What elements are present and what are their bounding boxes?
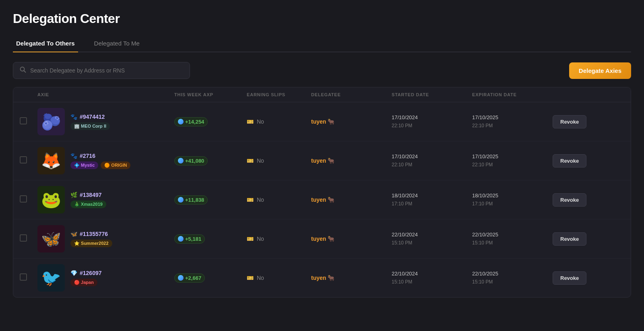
axie-class-icon: 🌿 [70, 192, 77, 198]
started-date-cell: 17/10/2024 22:10 PM [392, 114, 472, 130]
axie-info: 🦋 #11355776 ⭐ Summer2022 [70, 231, 112, 247]
axp-badge: +5,181 [174, 234, 205, 244]
delegate-axies-button[interactable]: Delegate Axies [569, 62, 631, 79]
earning-slips-cell: 🎫 No [247, 157, 311, 164]
axp-icon [178, 158, 184, 163]
search-input[interactable] [30, 67, 183, 74]
axp-cell: +11,838 [174, 195, 247, 205]
action-cell: Revoke [553, 193, 601, 207]
expiration-date-cell: 17/10/2025 22:10 PM [472, 153, 553, 169]
axie-tag: ⭐ Summer2022 [70, 240, 112, 247]
axp-cell: +2,667 [174, 273, 247, 283]
axie-tag-origin: 🟠 ORIGIN [101, 161, 130, 169]
col-expiration-date: EXPIRATION DATE [472, 92, 553, 97]
search-icon [20, 66, 26, 74]
row-checkbox[interactable] [20, 117, 27, 124]
revoke-button[interactable]: Revoke [553, 115, 586, 128]
delegatee-cell: tuyen 🐂 [311, 118, 392, 125]
axie-id: 💎 #126097 [70, 270, 102, 276]
axie-id: 🐾 #2716 [70, 153, 130, 159]
delegatee-icon: 🐂 [328, 275, 334, 281]
axie-cell: 🫐 🐾 #9474412 🏢 MEO Corp II [37, 108, 174, 135]
axp-cell: +14,254 [174, 117, 247, 126]
row-checkbox-cell [20, 234, 37, 243]
delegatee-cell: tuyen 🐂 [311, 197, 392, 203]
started-date-cell: 22/10/2024 15:10 PM [392, 231, 472, 247]
axie-tags: 💠 Mystic 🟠 ORIGIN [70, 161, 130, 169]
axp-icon [178, 236, 184, 242]
axp-icon [178, 197, 184, 203]
tab-bar: Delegated To Others Delegated To Me [13, 36, 631, 52]
col-delegatee: DELEGATEE [311, 92, 392, 97]
started-date-cell: 18/10/2024 17:10 PM [392, 192, 472, 208]
row-checkbox[interactable] [20, 234, 27, 242]
axie-tags: 🔴 Japan [70, 279, 102, 286]
action-cell: Revoke [553, 232, 601, 246]
earning-slips-cell: 🎫 No [247, 118, 311, 125]
expiration-date-cell: 17/10/2025 22:10 PM [472, 114, 553, 130]
axie-id: 🐾 #9474412 [70, 114, 110, 120]
axie-image: 🦋 [37, 225, 65, 252]
table-row: 🦊 🐾 #2716 💠 Mystic 🟠 ORIGIN +41,080 🎫 No [13, 141, 631, 180]
axp-badge: +2,667 [174, 273, 205, 283]
revoke-button[interactable]: Revoke [553, 154, 586, 168]
tab-delegated-to-others[interactable]: Delegated To Others [13, 36, 78, 52]
axie-tag-mystic: 💠 Mystic [70, 161, 98, 169]
delegatee-cell: tuyen 🐂 [311, 236, 392, 242]
col-axie: AXIE [37, 92, 174, 97]
earning-slips-icon: 🎫 [247, 275, 254, 281]
axp-icon [178, 275, 184, 281]
axie-class-icon: 🦋 [70, 231, 77, 237]
axie-tag: 🎄 Xmas2019 [70, 201, 106, 208]
revoke-button[interactable]: Revoke [553, 193, 586, 207]
axie-image: 🐦 [37, 264, 65, 292]
table-row: 🐸 🌿 #138497 🎄 Xmas2019 +11,838 🎫 No t [13, 180, 631, 219]
col-axp: THIS WEEK AXP [174, 92, 247, 97]
toolbar: Delegate Axies [13, 62, 631, 79]
revoke-button[interactable]: Revoke [553, 271, 586, 285]
axie-cell: 🦊 🐾 #2716 💠 Mystic 🟠 ORIGIN [37, 147, 174, 174]
row-checkbox-cell [20, 273, 37, 282]
axp-icon [178, 119, 184, 124]
row-checkbox[interactable] [20, 156, 27, 163]
axie-info: 🌿 #138497 🎄 Xmas2019 [70, 192, 106, 208]
earning-slips-icon: 🎫 [247, 236, 254, 242]
table-row: 🫐 🐾 #9474412 🏢 MEO Corp II +14,254 🎫 No [13, 102, 631, 141]
delegatee-icon: 🐂 [328, 118, 334, 125]
started-date-cell: 22/10/2024 15:10 PM [392, 270, 472, 286]
row-checkbox[interactable] [20, 195, 27, 203]
earning-slips-cell: 🎫 No [247, 236, 311, 242]
axie-info: 🐾 #2716 💠 Mystic 🟠 ORIGIN [70, 153, 130, 169]
table-header: AXIE THIS WEEK AXP EARNING SLIPS DELEGAT… [13, 87, 631, 102]
action-cell: Revoke [553, 115, 601, 128]
axie-tag: 🏢 MEO Corp II [70, 122, 110, 130]
row-checkbox[interactable] [20, 273, 27, 281]
axie-class-icon: 🐾 [70, 114, 77, 120]
delegatee-cell: tuyen 🐂 [311, 157, 392, 164]
earning-slips-cell: 🎫 No [247, 197, 311, 203]
col-action [553, 92, 601, 97]
expiration-date-cell: 22/10/2025 15:10 PM [472, 231, 553, 247]
tab-delegated-to-me[interactable]: Delegated To Me [91, 36, 143, 52]
col-earning-slips: EARNING SLIPS [247, 92, 311, 97]
col-started-date: STARTED DATE [392, 92, 472, 97]
row-checkbox-cell [20, 117, 37, 126]
axie-image: 🦊 [37, 147, 65, 174]
delegatee-icon: 🐂 [328, 197, 334, 203]
axie-image: 🫐 [37, 108, 65, 135]
axie-tags: 🏢 MEO Corp II [70, 122, 110, 130]
axie-tag: 🔴 Japan [70, 279, 97, 286]
row-checkbox-cell [20, 156, 37, 165]
expiration-date-cell: 22/10/2025 15:10 PM [472, 270, 553, 286]
revoke-button[interactable]: Revoke [553, 232, 586, 246]
started-date-cell: 17/10/2024 22:10 PM [392, 153, 472, 169]
page-title: Delegation Center [13, 11, 631, 26]
axie-cell: 🐦 💎 #126097 🔴 Japan [37, 264, 174, 292]
delegatee-cell: tuyen 🐂 [311, 275, 392, 281]
action-cell: Revoke [553, 271, 601, 285]
axp-badge: +14,254 [174, 117, 208, 126]
row-checkbox-cell [20, 195, 37, 204]
axie-info: 🐾 #9474412 🏢 MEO Corp II [70, 114, 110, 130]
axie-cell: 🦋 🦋 #11355776 ⭐ Summer2022 [37, 225, 174, 252]
earning-slips-cell: 🎫 No [247, 275, 311, 281]
